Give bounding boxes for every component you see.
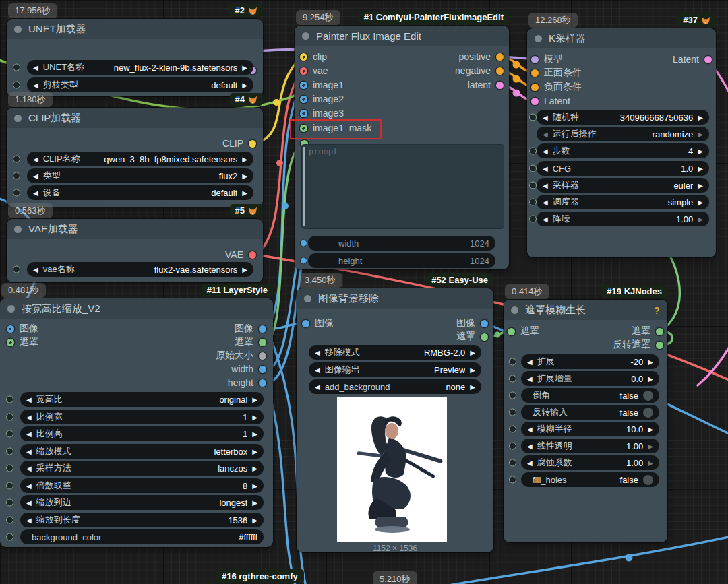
widget-width[interactable]: width1024 xyxy=(308,236,495,251)
combo-left-icon[interactable]: ◀ xyxy=(543,131,548,138)
combo-left-icon[interactable]: ◀ xyxy=(26,430,32,438)
combo-left-icon[interactable]: ◀ xyxy=(543,165,548,172)
output-slot-latent[interactable]: latent xyxy=(468,78,504,92)
output-port-dot[interactable] xyxy=(259,352,266,360)
combo-left-icon[interactable]: ◀ xyxy=(26,465,32,472)
widget-add-background[interactable]: ◀add_backgroundnone▶ xyxy=(309,379,481,394)
combo-left-icon[interactable]: ◀ xyxy=(315,383,320,391)
widget-pill[interactable]: ◀比例高1▶ xyxy=(20,426,264,441)
widget-pill[interactable]: ◀宽高比original▶ xyxy=(20,392,264,407)
widget-aspect-ratio[interactable]: ◀宽高比original▶ xyxy=(20,392,264,407)
node-header[interactable]: 图像背景移除 xyxy=(297,288,493,309)
combo-left-icon[interactable]: ◀ xyxy=(33,189,38,197)
combo-left-icon[interactable]: ◀ xyxy=(543,216,548,223)
input-port-dot[interactable] xyxy=(300,110,307,117)
node-ksampler[interactable]: 12.268秒 #37 K采样器 模型 正面条件 负面条件 Latent Lat… xyxy=(527,28,716,257)
widget-seed[interactable]: ◀随机种340966668750636▶ xyxy=(537,110,709,125)
widget-pill[interactable]: 倒角false xyxy=(521,388,659,403)
combo-right-icon[interactable]: ▶ xyxy=(252,430,257,438)
widget-pill[interactable]: ◀ 类型 flux2 ▶ xyxy=(27,168,253,183)
input-port-dot[interactable] xyxy=(531,69,539,77)
widget-pill[interactable]: ◀缩放到长度1536▶ xyxy=(20,513,264,527)
widget-round-multiple[interactable]: ◀倍数取整8▶ xyxy=(20,478,264,493)
widget-pill[interactable]: ◀采样器euler▶ xyxy=(537,178,709,193)
combo-right-icon[interactable]: ▶ xyxy=(242,266,247,273)
help-icon[interactable]: ? xyxy=(654,304,660,316)
widget-input-port[interactable] xyxy=(6,499,13,507)
widget-pill[interactable]: ◀图像输出Preview▶ xyxy=(309,362,481,377)
widget-height[interactable]: height1024 xyxy=(308,253,495,268)
widget-input-port[interactable] xyxy=(509,375,516,383)
widget-pill[interactable]: ◀腐蚀系数1.00▶ xyxy=(521,455,659,470)
node-vae-loader[interactable]: 0.563秒 #5 VAE加载器 VAE ◀ vae名称 flux2-vae.s… xyxy=(7,219,263,282)
input-port-dot[interactable] xyxy=(302,320,309,327)
output-slot-image[interactable]: 图像 xyxy=(456,317,488,330)
widget-expand[interactable]: ◀扩展-20▶ xyxy=(521,354,659,369)
widget-input-port[interactable] xyxy=(6,482,13,490)
toggle-knob[interactable] xyxy=(643,408,653,418)
widget-input-port[interactable] xyxy=(6,430,13,438)
collapse-dot[interactable] xyxy=(302,32,309,40)
widget-input-port[interactable] xyxy=(13,82,20,89)
widget-pill[interactable]: ◀add_backgroundnone▶ xyxy=(309,379,481,394)
toggle-knob[interactable] xyxy=(643,391,653,401)
output-port-dot[interactable] xyxy=(656,328,663,335)
output-slot-mask[interactable]: 遮罩 xyxy=(235,335,266,349)
widget-unet-name[interactable]: ◀ UNET名称 new_flux-2-klein-9b.safetensors… xyxy=(27,60,253,75)
toggle-knob[interactable] xyxy=(643,475,653,485)
combo-right-icon[interactable]: ▶ xyxy=(242,172,247,180)
widget-input-port[interactable] xyxy=(509,426,516,433)
widget-control-after-generate[interactable]: ◀运行后操作randomize▶ xyxy=(537,127,709,141)
combo-right-icon[interactable]: ▶ xyxy=(698,165,703,172)
combo-left-icon[interactable]: ◀ xyxy=(543,114,548,121)
combo-right-icon[interactable]: ▶ xyxy=(698,131,703,138)
combo-left-icon[interactable]: ◀ xyxy=(33,266,38,273)
output-slot-inverted-mask[interactable]: 反转遮罩 xyxy=(613,338,663,352)
widget-input-port[interactable] xyxy=(529,148,537,155)
widget-input-port[interactable] xyxy=(529,199,537,206)
widget-input-port[interactable] xyxy=(509,459,516,467)
widget-input-port[interactable] xyxy=(6,517,13,524)
input-port-dot[interactable] xyxy=(300,53,307,61)
node-scale-aspect-v2[interactable]: 0.481秒 #11 LayerStyle 按宽高比缩放_V2 图像 遮罩 图像… xyxy=(0,298,273,547)
widget-input-port[interactable] xyxy=(509,358,516,366)
widget-pill[interactable]: ◀采样方法lanczos▶ xyxy=(20,461,264,476)
input-slot-image[interactable]: 图像 xyxy=(302,317,334,330)
widget-input-port[interactable] xyxy=(13,156,20,163)
output-port-dot[interactable] xyxy=(704,56,712,63)
output-port-dot[interactable] xyxy=(481,320,488,327)
combo-right-icon[interactable]: ▶ xyxy=(252,448,257,455)
widget-pill[interactable]: 反转输入false xyxy=(521,405,659,420)
widget-denoise[interactable]: ◀降噪1.00▶ xyxy=(537,212,709,226)
combo-right-icon[interactable]: ▶ xyxy=(698,216,703,223)
combo-left-icon[interactable]: ◀ xyxy=(527,443,533,450)
input-port-dot[interactable] xyxy=(7,325,14,333)
output-slot-width[interactable]: width xyxy=(231,362,266,376)
widget-expand-increment[interactable]: ◀扩展增量0.0▶ xyxy=(521,371,659,386)
combo-right-icon[interactable]: ▶ xyxy=(242,82,247,89)
widget-image-output[interactable]: ◀图像输出Preview▶ xyxy=(309,362,481,377)
node-graph-canvas[interactable]: 17.956秒 #2 UNET加载器 模型 ◀ UNET名称 new_flux-… xyxy=(0,0,728,584)
combo-right-icon[interactable]: ▶ xyxy=(252,414,257,421)
combo-right-icon[interactable]: ▶ xyxy=(698,199,703,206)
combo-right-icon[interactable]: ▶ xyxy=(648,459,653,467)
output-slot-latent[interactable]: Latent xyxy=(673,53,712,66)
combo-right-icon[interactable]: ▶ xyxy=(470,349,475,356)
collapse-dot[interactable] xyxy=(14,115,22,122)
input-port-dot[interactable] xyxy=(531,84,539,91)
widget-flip-input[interactable]: 反转输入false xyxy=(521,405,659,420)
combo-right-icon[interactable]: ▶ xyxy=(648,358,653,366)
combo-left-icon[interactable]: ◀ xyxy=(26,499,32,507)
combo-right-icon[interactable]: ▶ xyxy=(470,366,475,374)
node-painter-flux-image-edit[interactable]: 9.254秒 #1 Comfyui-PainterFluxImageEdit P… xyxy=(295,26,509,269)
widget-pill[interactable]: fill_holesfalse xyxy=(521,472,659,487)
input-port-dot[interactable] xyxy=(508,328,515,335)
widget-input-port[interactable] xyxy=(6,396,13,403)
widget-input-port[interactable] xyxy=(6,465,13,472)
widget-sample-method[interactable]: ◀采样方法lanczos▶ xyxy=(20,461,264,476)
input-slot-vae[interactable]: vae xyxy=(300,64,328,77)
widget-pill[interactable]: ◀随机种340966668750636▶ xyxy=(537,110,709,125)
widget-pill[interactable]: ◀移除模式RMBG-2.0▶ xyxy=(309,345,481,360)
output-slot-mask[interactable]: 遮罩 xyxy=(632,325,663,338)
combo-right-icon[interactable]: ▶ xyxy=(252,482,257,490)
